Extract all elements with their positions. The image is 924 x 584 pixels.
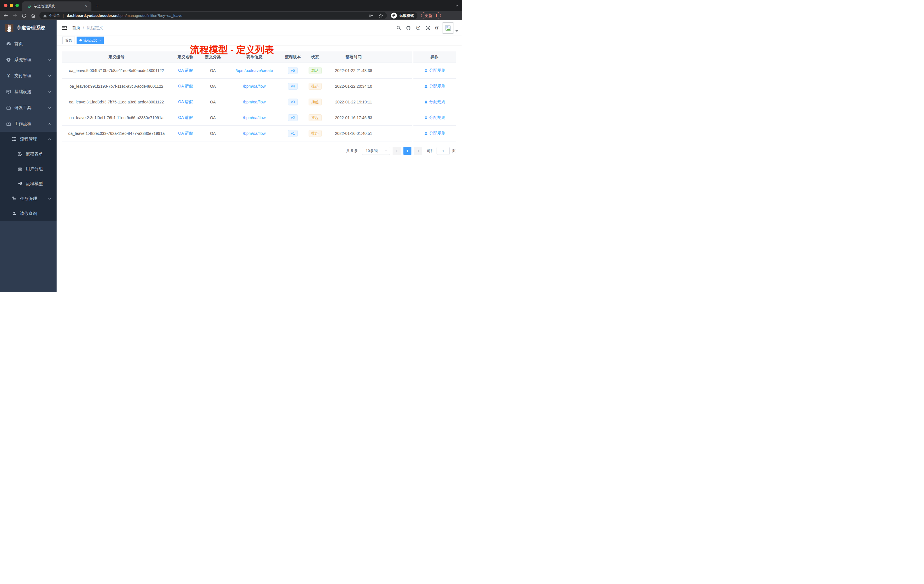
table-row: oa_leave:5:004b710b-7b8a-11ec-8ef0-acde4… (62, 63, 412, 79)
bookmark-star-icon[interactable] (378, 13, 383, 18)
action-cell: 分配规则 (413, 126, 456, 142)
back-icon[interactable] (2, 12, 9, 19)
form-link[interactable]: /bpm/oa/leave/create (236, 68, 273, 73)
home-icon[interactable] (30, 12, 36, 19)
prev-page-button[interactable] (393, 147, 401, 155)
browser-update-button[interactable]: 更新 ⋮ (421, 12, 441, 19)
sidebar-item-process-model[interactable]: 流程模型 (0, 176, 56, 191)
user-icon (12, 211, 17, 216)
pagination-total: 共 5 条 (346, 148, 358, 153)
sidebar-item-task-management[interactable]: 任务管理 (0, 191, 56, 206)
close-window-button[interactable] (4, 4, 7, 7)
page-header: 首页 / 流程定义 ? t (56, 20, 462, 36)
page-number-1[interactable]: 1 (403, 147, 411, 155)
cell-deploy-time: 2022-01-16 17:46:53 (327, 115, 380, 120)
sidebar-item-system[interactable]: 系统管理 (0, 52, 56, 68)
incognito-icon (391, 13, 397, 18)
maximize-window-button[interactable] (15, 4, 19, 7)
cell-category: OA (200, 131, 226, 136)
form-link[interactable]: /bpm/oa/flow (243, 100, 266, 104)
url-path[interactable]: /bpm/manager/definition?key=oa_leave (117, 13, 182, 18)
not-secure-warning-icon (43, 14, 47, 18)
form-link[interactable]: /bpm/oa/flow (243, 84, 266, 89)
sidebar-item-infrastructure[interactable]: 基础设施 (0, 84, 56, 100)
sidebar-item-workflow[interactable]: 工作流程 (0, 116, 56, 132)
tag-close-icon[interactable]: × (99, 39, 101, 42)
goto-page-input[interactable] (437, 147, 450, 155)
cell-category: OA (200, 100, 226, 104)
assign-rule-link[interactable]: 分配规则 (424, 68, 446, 73)
col-header: 状态 (303, 54, 327, 60)
search-icon[interactable] (396, 25, 401, 30)
security-label[interactable]: 不安全 (49, 13, 60, 18)
cell-category: OA (200, 115, 226, 120)
user-icon (424, 116, 428, 120)
assign-rule-link[interactable]: 分配规则 (424, 84, 446, 89)
sidebar-item-home[interactable]: 首页 (0, 36, 56, 52)
sidebar-item-process-form[interactable]: 流程表单 (0, 147, 56, 162)
version-badge: v4 (288, 83, 298, 90)
dashboard-icon (6, 41, 11, 46)
url-bar[interactable]: 不安全 | dashboard.yudao.iocoder.cn/bpm/man… (40, 12, 387, 19)
action-cell: 分配规则 (413, 94, 456, 110)
page-size-select[interactable]: 10条/页 (362, 147, 390, 155)
tag-process-definition[interactable]: 流程定义 × (77, 36, 104, 44)
tab-strip-chevron-down-icon[interactable] (455, 3, 459, 8)
definition-name-link[interactable]: OA 请假 (178, 68, 193, 73)
reload-icon[interactable] (21, 12, 27, 19)
browser-tab-strip: 芋道管理系统 × + (0, 0, 462, 11)
form-link[interactable]: /bpm/oa/flow (243, 115, 266, 120)
sidebar-logo-row[interactable]: 芋道管理系统 (0, 20, 56, 36)
next-page-button[interactable] (414, 147, 422, 155)
page-size-value: 10条/页 (366, 148, 378, 153)
version-badge: v5 (288, 67, 298, 74)
update-label[interactable]: 更新 (425, 13, 432, 18)
tab-title: 芋道管理系统 (34, 4, 84, 9)
sidebar-item-label: 流程模型 (26, 181, 43, 186)
browser-menu-dots-icon[interactable]: ⋮ (435, 13, 438, 18)
macos-traffic-lights[interactable] (4, 4, 19, 7)
github-icon[interactable] (406, 25, 411, 30)
breadcrumb: 首页 / 流程定义 (72, 25, 103, 31)
tab-close-icon[interactable]: × (84, 4, 89, 8)
font-size-icon[interactable]: tT (435, 25, 439, 30)
avatar-caret-down-icon[interactable] (455, 30, 458, 32)
sidebar-item-dev-tools[interactable]: 研发工具 (0, 100, 56, 116)
breadcrumb-current: 流程定义 (87, 25, 103, 31)
cell-definition-id: oa_leave:5:004b710b-7b8a-11ec-8ef0-acde4… (62, 68, 171, 73)
fullscreen-icon[interactable] (426, 25, 430, 30)
incognito-label: 无痕模式 (399, 13, 414, 18)
forward-icon[interactable] (12, 12, 18, 19)
sidebar-item-label: 任务管理 (20, 196, 37, 201)
col-header: 部署时间 (327, 54, 380, 60)
sidebar-item-user-group[interactable]: 用户分组 (0, 162, 56, 176)
minimize-window-button[interactable] (10, 4, 13, 7)
breadcrumb-home[interactable]: 首页 (72, 25, 80, 31)
avatar[interactable] (442, 22, 454, 34)
yen-icon: ¥ (6, 73, 11, 78)
definition-name-link[interactable]: OA 请假 (178, 99, 193, 104)
definition-name-link[interactable]: OA 请假 (178, 84, 193, 88)
url-host[interactable]: dashboard.yudao.iocoder.cn (67, 13, 117, 18)
sidebar-item-process-management[interactable]: 流程管理 (0, 132, 56, 147)
definition-name-link[interactable]: OA 请假 (178, 115, 193, 120)
tag-home[interactable]: 首页 (62, 36, 75, 44)
form-link[interactable]: /bpm/oa/flow (243, 131, 266, 136)
help-icon[interactable]: ? (416, 25, 421, 30)
sidebar-item-leave-query[interactable]: 请假查询 (0, 206, 56, 221)
user-icon (424, 84, 428, 88)
cell-definition-id: oa_leave:1:482ec033-762a-11ec-8477-a2380… (62, 131, 171, 136)
svg-text:?: ? (417, 26, 419, 30)
sidebar-collapse-icon[interactable] (61, 25, 68, 31)
sidebar-item-payment[interactable]: ¥ 支付管理 (0, 68, 56, 84)
new-tab-button[interactable]: + (96, 3, 99, 9)
browser-tab[interactable]: 芋道管理系统 × (22, 2, 91, 11)
assign-rule-link[interactable]: 分配规则 (424, 131, 446, 136)
definition-name-link[interactable]: OA 请假 (178, 131, 193, 135)
cell-deploy-time: 2022-01-22 20:34:10 (327, 84, 380, 89)
assign-rule-link[interactable]: 分配规则 (424, 99, 446, 105)
tree-list-icon (12, 137, 17, 142)
assign-rule-link[interactable]: 分配规则 (424, 115, 446, 120)
tab-favicon-plant-icon (27, 4, 31, 8)
password-key-icon[interactable] (368, 13, 374, 18)
